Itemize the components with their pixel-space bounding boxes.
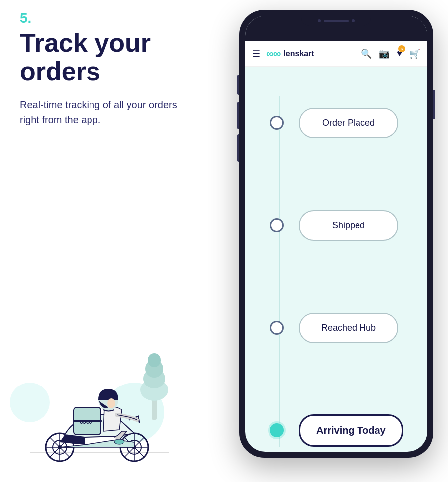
- silent-button: [237, 75, 239, 95]
- volume-up-button: [237, 102, 239, 129]
- arriving-today-card: Arriving Today: [299, 414, 403, 447]
- menu-icon[interactable]: ☰: [252, 48, 260, 59]
- phone-container: ☰ ∞∞ lenskart 🔍 📷 ♥ 6 🛒: [239, 10, 433, 468]
- scooter-svg: ∞∞: [20, 358, 179, 467]
- phone-notch: [301, 16, 371, 26]
- order-placed-label: Order Placed: [322, 118, 375, 128]
- svg-point-23: [114, 439, 124, 444]
- sensor-dot: [352, 19, 355, 22]
- timeline-item-shipped: Shipped: [270, 189, 412, 262]
- shipped-label: Shipped: [332, 220, 365, 231]
- shipped-card: Shipped: [299, 210, 398, 241]
- reached-hub-dot: [270, 321, 284, 335]
- app-name: lenskart: [283, 49, 314, 58]
- timeline-item-reached-hub: Reached Hub: [270, 291, 412, 364]
- svg-rect-22: [73, 420, 102, 422]
- description: Real-time tracking of all your orders ri…: [20, 97, 179, 127]
- camera-icon[interactable]: 📷: [379, 48, 390, 59]
- search-icon[interactable]: 🔍: [361, 48, 372, 59]
- phone-top-bar: [245, 16, 427, 41]
- delivery-illustration: ∞∞: [20, 358, 179, 467]
- cart-icon[interactable]: 🛒: [409, 48, 420, 59]
- glasses-icon: ∞∞: [266, 47, 280, 60]
- shipped-dot: [270, 218, 284, 232]
- reached-hub-card: Reached Hub: [299, 313, 398, 343]
- tracking-content: Order Placed Shipped: [245, 67, 427, 452]
- phone-screen: ☰ ∞∞ lenskart 🔍 📷 ♥ 6 🛒: [245, 16, 427, 452]
- order-placed-dot: [270, 116, 284, 130]
- arriving-today-label: Arriving Today: [316, 425, 386, 436]
- timeline-item-order-placed: Order Placed: [270, 87, 412, 159]
- volume-down-button: [237, 134, 239, 162]
- app-header: ☰ ∞∞ lenskart 🔍 📷 ♥ 6 🛒: [245, 41, 427, 67]
- step-number: 5.: [20, 10, 179, 27]
- left-content: 5. Track your orders Real-time tracking …: [20, 10, 179, 127]
- camera-dot: [318, 19, 321, 22]
- order-placed-card: Order Placed: [299, 108, 398, 138]
- svg-point-25: [107, 398, 115, 408]
- arriving-today-dot: [270, 423, 284, 437]
- tracking-timeline: Order Placed Shipped: [270, 87, 412, 452]
- lenskart-logo: ∞∞ lenskart: [266, 47, 357, 60]
- main-title: Track your orders: [20, 29, 179, 86]
- heart-icon[interactable]: ♥ 6: [397, 48, 402, 59]
- timeline-item-arriving-today: Arriving Today: [270, 394, 412, 452]
- phone-body: ☰ ∞∞ lenskart 🔍 📷 ♥ 6 🛒: [239, 10, 433, 458]
- wishlist-badge: 6: [398, 45, 405, 52]
- header-icons: 🔍 📷 ♥ 6 🛒: [361, 48, 420, 59]
- power-button: [433, 90, 435, 119]
- reached-hub-label: Reached Hub: [321, 323, 376, 333]
- speaker-grill: [324, 20, 349, 22]
